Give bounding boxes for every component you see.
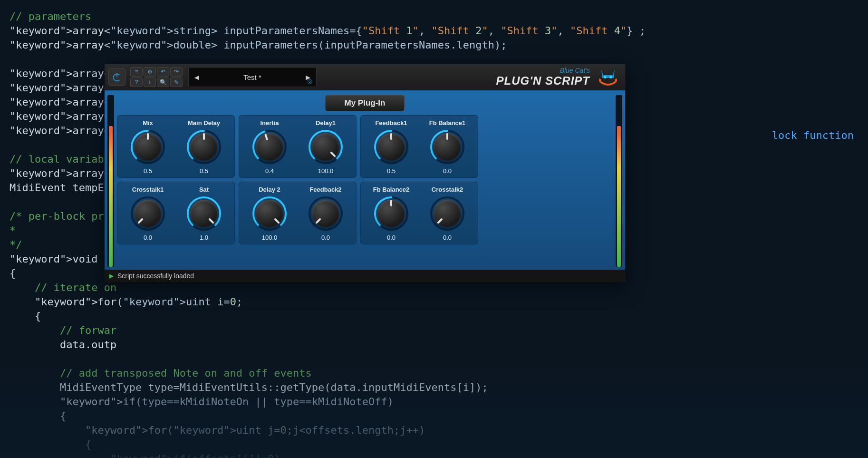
knob-delay 2: Delay 2 100.0 bbox=[244, 186, 295, 241]
toolbar-button-6[interactable]: 🔍 bbox=[157, 78, 169, 87]
controls-area: My Plug-In Mix 0.5 Main Delay 0.5 Inerti… bbox=[117, 95, 613, 267]
knob-dial[interactable] bbox=[129, 128, 166, 166]
toolbar-button-1[interactable]: ⚙ bbox=[144, 67, 156, 77]
toolbar-button-2[interactable]: ↶ bbox=[157, 67, 169, 77]
preset-prev-icon[interactable]: ◀ bbox=[193, 74, 201, 81]
knob-group: Fb Balance2 0.0 Crosstalk2 0.0 bbox=[360, 182, 478, 244]
knob-dial[interactable] bbox=[251, 195, 288, 232]
knob-dial[interactable] bbox=[185, 128, 222, 166]
status-bar: ▶ Script successfully loaded bbox=[105, 270, 625, 282]
knob-crosstalk2: Crosstalk2 0.0 bbox=[422, 186, 473, 241]
svg-point-2 bbox=[604, 76, 607, 78]
input-level-meter bbox=[107, 95, 114, 267]
output-level-meter bbox=[616, 95, 622, 267]
background-thumbnails bbox=[0, 353, 868, 458]
status-play-icon: ▶ bbox=[109, 273, 114, 279]
knob-fb balance1: Fb Balance1 0.0 bbox=[422, 119, 473, 175]
knob-dial[interactable] bbox=[185, 195, 222, 232]
knob-delay1: Delay1 100.0 bbox=[300, 119, 351, 175]
plugin-header: ≡⚙↶↷?i🔍✎ ◀ Test * ▶ ◎ Blue Cat's PLUG'N … bbox=[105, 64, 625, 90]
knob-inertia: Inertia 0.4 bbox=[244, 119, 295, 175]
knob-dial[interactable] bbox=[129, 195, 166, 232]
svg-point-3 bbox=[609, 76, 612, 78]
knob-dial[interactable] bbox=[307, 128, 344, 166]
knob-dial[interactable] bbox=[307, 195, 344, 232]
cat-logo-icon bbox=[595, 66, 621, 88]
knob-dial[interactable] bbox=[429, 128, 466, 166]
knob-group: Delay 2 100.0 Feedback2 0.0 bbox=[239, 182, 357, 244]
knob-group: Feedback1 0.5 Fb Balance1 0.0 bbox=[360, 115, 478, 178]
plugin-title[interactable]: My Plug-In bbox=[325, 95, 405, 111]
knob-dial[interactable] bbox=[251, 128, 288, 166]
power-button[interactable] bbox=[108, 68, 125, 86]
knob-mix: Mix 0.5 bbox=[122, 119, 174, 175]
knob-crosstalk1: Crosstalk1 0.0 bbox=[122, 186, 174, 241]
knob-feedback2: Feedback2 0.0 bbox=[300, 186, 351, 241]
knob-row: Mix 0.5 Main Delay 0.5 Inertia bbox=[117, 115, 613, 178]
toolbar-button-7[interactable]: ✎ bbox=[170, 78, 183, 87]
knob-dial[interactable] bbox=[373, 195, 410, 232]
toolbar-button-5[interactable]: i bbox=[144, 78, 156, 87]
knob-main delay: Main Delay 0.5 bbox=[178, 119, 230, 175]
knob-row: Crosstalk1 0.0 Sat 1.0 Delay 2 bbox=[117, 182, 613, 244]
status-text: Script successfully loaded bbox=[117, 272, 194, 280]
knob-dial[interactable] bbox=[373, 128, 410, 166]
preset-target-icon[interactable]: ◎ bbox=[307, 78, 312, 85]
knob-fb balance2: Fb Balance2 0.0 bbox=[366, 186, 417, 241]
knob-group: Inertia 0.4 Delay1 100.0 bbox=[239, 115, 357, 178]
knob-group: Mix 0.5 Main Delay 0.5 bbox=[117, 115, 235, 178]
toolbar-button-4[interactable]: ? bbox=[130, 78, 143, 87]
plugin-window: ≡⚙↶↷?i🔍✎ ◀ Test * ▶ ◎ Blue Cat's PLUG'N … bbox=[105, 64, 625, 282]
brand-label: Blue Cat's PLUG'N SCRIPT bbox=[496, 67, 590, 88]
knob-group: Crosstalk1 0.0 Sat 1.0 bbox=[117, 182, 235, 244]
knob-sat: Sat 1.0 bbox=[178, 186, 230, 241]
toolbar-grid: ≡⚙↶↷?i🔍✎ bbox=[130, 67, 183, 87]
preset-name: Test * bbox=[201, 73, 304, 81]
plugin-body: My Plug-In Mix 0.5 Main Delay 0.5 Inerti… bbox=[105, 90, 625, 270]
toolbar-button-0[interactable]: ≡ bbox=[130, 67, 143, 77]
preset-bar[interactable]: ◀ Test * ▶ ◎ bbox=[188, 67, 317, 87]
knob-feedback1: Feedback1 0.5 bbox=[366, 119, 417, 175]
knob-dial[interactable] bbox=[429, 195, 466, 232]
toolbar-button-3[interactable]: ↷ bbox=[170, 67, 183, 77]
